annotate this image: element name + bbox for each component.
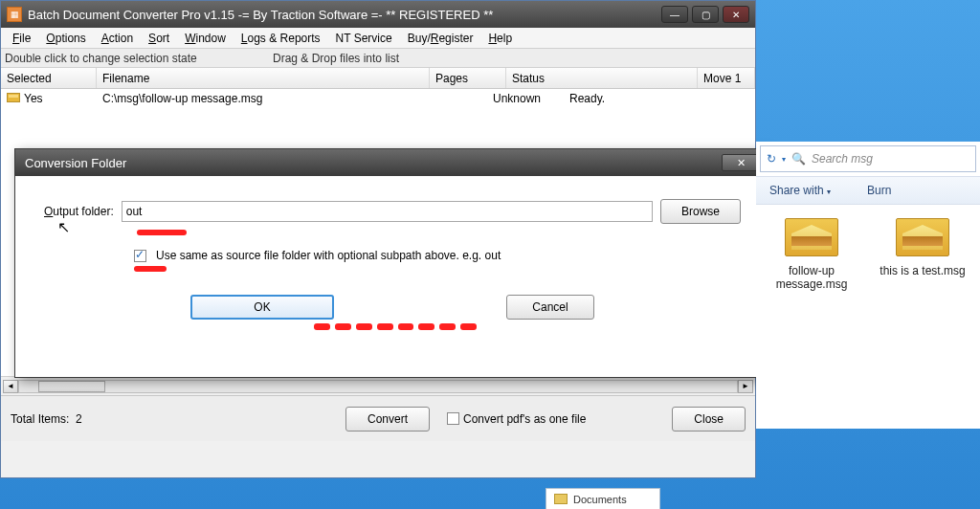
close-app-button[interactable]: Close: [672, 407, 746, 432]
scroll-thumb[interactable]: [38, 381, 105, 392]
bottom-bar: Total Items: 2 Convert Convert pdf's as …: [1, 395, 755, 441]
msg-file-icon: [896, 218, 949, 256]
menu-logs[interactable]: Logs & Reports: [234, 30, 328, 47]
scroll-left-icon[interactable]: ◄: [3, 380, 18, 393]
list-row[interactable]: Yes C:\msg\follow-up message.msg Unknown…: [1, 89, 755, 108]
file-name: follow-up message.msg: [766, 264, 858, 291]
dialog-titlebar[interactable]: Conversion Folder ✕: [15, 149, 769, 176]
hint-dragdrop: Drag & Drop files into list: [273, 52, 399, 65]
cell-pages: Unknown: [487, 92, 564, 105]
annotation-underline: [137, 230, 187, 235]
menu-window[interactable]: Window: [177, 30, 234, 47]
explorer-window: ↻ ▾ 🔍 Search msg Share with ▾ Burn follo…: [756, 142, 980, 429]
cell-selected: Yes: [24, 92, 43, 105]
cell-filename: C:\msg\follow-up message.msg: [97, 92, 487, 105]
taskbar-documents[interactable]: Documents: [546, 488, 660, 509]
folder-icon: [554, 494, 568, 504]
menu-options[interactable]: Options: [38, 30, 93, 47]
maximize-button[interactable]: ▢: [692, 6, 719, 23]
search-icon: 🔍: [791, 152, 806, 166]
annotation-underline: [314, 323, 477, 330]
dialog-close-button[interactable]: ✕: [722, 154, 760, 171]
menu-buy[interactable]: Buy/Register: [400, 30, 481, 47]
col-selected[interactable]: Selected: [1, 68, 97, 88]
search-placeholder: Search msg: [812, 152, 873, 166]
col-filename[interactable]: Filename: [97, 68, 430, 88]
cancel-button[interactable]: Cancel: [506, 295, 594, 320]
menubar: File Options Action Sort Window Logs & R…: [1, 28, 755, 49]
explorer-files[interactable]: follow-up message.msg this is a test.msg: [756, 205, 980, 304]
output-folder-input[interactable]: [122, 201, 653, 222]
share-with-button[interactable]: Share with ▾: [769, 184, 831, 197]
titlebar[interactable]: ▦ Batch Document Converter Pro v1.15 -= …: [1, 1, 755, 28]
msg-file-icon: [785, 218, 838, 256]
chevron-down-icon: ▾: [827, 188, 831, 196]
scroll-track[interactable]: [18, 380, 738, 393]
conversion-folder-dialog: Conversion Folder ✕ Output folder: Brows…: [14, 148, 770, 378]
file-item[interactable]: this is a test.msg: [877, 218, 969, 291]
dropdown-icon[interactable]: ▾: [782, 155, 786, 164]
same-source-label: Use same as source file folder with opti…: [156, 249, 501, 262]
cell-status: Ready.: [564, 92, 755, 105]
ok-button[interactable]: OK: [190, 295, 334, 320]
same-source-checkbox[interactable]: [134, 250, 146, 262]
menu-ntservice[interactable]: NT Service: [328, 30, 400, 47]
hint-bar: Double click to change selection state D…: [1, 49, 755, 68]
app-icon: ▦: [7, 7, 22, 22]
convert-one-checkbox[interactable]: [447, 412, 459, 425]
menu-file[interactable]: File: [5, 30, 38, 47]
convert-button[interactable]: Convert: [345, 407, 430, 432]
convert-one-file-label[interactable]: Convert pdf's as one file: [447, 412, 586, 426]
output-folder-label: Output folder:: [44, 205, 114, 218]
dialog-title: Conversion Folder: [25, 156, 722, 170]
minimize-button[interactable]: —: [661, 6, 688, 23]
scroll-right-icon[interactable]: ►: [738, 380, 753, 393]
horizontal-scrollbar[interactable]: ◄ ►: [1, 376, 755, 395]
file-name: this is a test.msg: [877, 264, 969, 277]
menu-sort[interactable]: Sort: [141, 30, 177, 47]
file-item[interactable]: follow-up message.msg: [766, 218, 858, 291]
browse-button[interactable]: Browse: [660, 199, 741, 224]
explorer-search[interactable]: ↻ ▾ 🔍 Search msg: [760, 145, 976, 172]
refresh-icon[interactable]: ↻: [767, 152, 776, 166]
col-pages[interactable]: Pages: [430, 68, 506, 88]
burn-button[interactable]: Burn: [867, 184, 891, 197]
hint-selection: Double click to change selection state: [5, 52, 273, 65]
list-header: Selected Filename Pages Status Move 1: [1, 68, 755, 89]
menu-action[interactable]: Action: [94, 30, 141, 47]
menu-help[interactable]: Help: [480, 30, 520, 47]
close-button[interactable]: ✕: [723, 6, 749, 23]
col-status[interactable]: Status: [506, 68, 698, 88]
msg-icon: [7, 93, 20, 102]
total-items: Total Items: 2: [11, 412, 336, 426]
window-title: Batch Document Converter Pro v1.15 -= By…: [28, 8, 661, 22]
annotation-underline: [134, 266, 167, 272]
col-move[interactable]: Move 1: [698, 68, 755, 88]
explorer-toolbar: Share with ▾ Burn: [756, 176, 980, 205]
